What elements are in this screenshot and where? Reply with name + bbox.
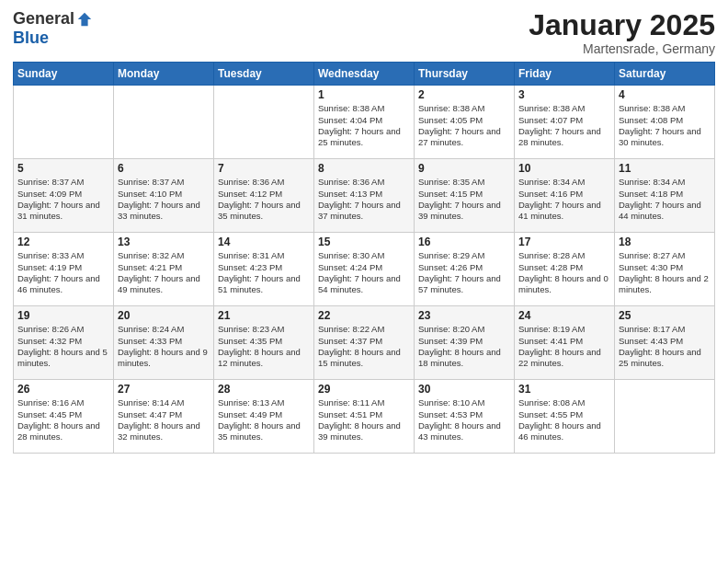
day-info: Sunrise: 8:30 AM Sunset: 4:24 PM Dayligh… — [318, 250, 410, 295]
day-info: Sunrise: 8:20 AM Sunset: 4:39 PM Dayligh… — [418, 324, 510, 369]
header-row: Sunday Monday Tuesday Wednesday Thursday… — [14, 63, 715, 86]
day-number: 8 — [318, 162, 410, 175]
day-number: 3 — [518, 88, 610, 101]
header: General Blue January 2025 Martensrade, G… — [13, 9, 715, 56]
logo-text-block: General Blue — [13, 9, 93, 48]
header-friday: Friday — [515, 63, 615, 86]
day-cell: 31Sunrise: 8:08 AM Sunset: 4:55 PM Dayli… — [515, 380, 615, 454]
day-number: 22 — [318, 309, 410, 322]
day-number: 16 — [418, 236, 510, 248]
day-info: Sunrise: 8:11 AM Sunset: 4:51 PM Dayligh… — [318, 397, 410, 442]
header-tuesday: Tuesday — [214, 63, 314, 86]
day-cell: 6Sunrise: 8:37 AM Sunset: 4:10 PM Daylig… — [114, 159, 214, 233]
month-title: January 2025 — [529, 9, 715, 41]
day-number: 24 — [518, 309, 610, 322]
day-info: Sunrise: 8:27 AM Sunset: 4:30 PM Dayligh… — [619, 250, 711, 295]
day-number: 31 — [518, 383, 610, 396]
day-number: 27 — [118, 383, 210, 396]
day-number: 10 — [518, 162, 610, 175]
day-number: 18 — [619, 236, 711, 248]
header-wednesday: Wednesday — [314, 63, 415, 86]
day-cell — [114, 86, 214, 159]
day-number: 23 — [418, 309, 510, 322]
day-number: 6 — [118, 162, 210, 175]
day-cell: 19Sunrise: 8:26 AM Sunset: 4:32 PM Dayli… — [14, 306, 114, 380]
day-cell: 17Sunrise: 8:28 AM Sunset: 4:28 PM Dayli… — [515, 233, 615, 306]
day-cell: 22Sunrise: 8:22 AM Sunset: 4:37 PM Dayli… — [314, 306, 415, 380]
day-cell: 3Sunrise: 8:38 AM Sunset: 4:07 PM Daylig… — [515, 86, 615, 159]
logo-icon — [76, 11, 93, 28]
day-info: Sunrise: 8:23 AM Sunset: 4:35 PM Dayligh… — [218, 324, 310, 369]
day-cell: 20Sunrise: 8:24 AM Sunset: 4:33 PM Dayli… — [114, 306, 214, 380]
day-cell: 21Sunrise: 8:23 AM Sunset: 4:35 PM Dayli… — [214, 306, 314, 380]
day-info: Sunrise: 8:37 AM Sunset: 4:10 PM Dayligh… — [118, 177, 210, 222]
location: Martensrade, Germany — [529, 41, 715, 56]
logo: General Blue — [13, 9, 93, 48]
day-number: 20 — [118, 309, 210, 322]
logo-general: General — [13, 9, 74, 29]
day-cell — [14, 86, 114, 159]
day-cell: 1Sunrise: 8:38 AM Sunset: 4:04 PM Daylig… — [314, 86, 415, 159]
calendar-header: Sunday Monday Tuesday Wednesday Thursday… — [14, 63, 715, 86]
day-info: Sunrise: 8:36 AM Sunset: 4:13 PM Dayligh… — [318, 177, 410, 222]
header-thursday: Thursday — [415, 63, 515, 86]
week-row-0: 1Sunrise: 8:38 AM Sunset: 4:04 PM Daylig… — [14, 86, 715, 159]
day-info: Sunrise: 8:17 AM Sunset: 4:43 PM Dayligh… — [619, 324, 711, 369]
day-info: Sunrise: 8:10 AM Sunset: 4:53 PM Dayligh… — [418, 397, 510, 442]
day-info: Sunrise: 8:35 AM Sunset: 4:15 PM Dayligh… — [418, 177, 510, 222]
calendar-table: Sunday Monday Tuesday Wednesday Thursday… — [13, 62, 715, 454]
day-info: Sunrise: 8:38 AM Sunset: 4:05 PM Dayligh… — [418, 103, 510, 148]
day-info: Sunrise: 8:22 AM Sunset: 4:37 PM Dayligh… — [318, 324, 410, 369]
day-cell: 23Sunrise: 8:20 AM Sunset: 4:39 PM Dayli… — [415, 306, 515, 380]
day-cell: 29Sunrise: 8:11 AM Sunset: 4:51 PM Dayli… — [314, 380, 415, 454]
day-info: Sunrise: 8:16 AM Sunset: 4:45 PM Dayligh… — [17, 397, 109, 442]
day-cell: 2Sunrise: 8:38 AM Sunset: 4:05 PM Daylig… — [415, 86, 515, 159]
day-info: Sunrise: 8:38 AM Sunset: 4:04 PM Dayligh… — [318, 103, 410, 148]
day-number: 7 — [218, 162, 310, 175]
week-row-1: 5Sunrise: 8:37 AM Sunset: 4:09 PM Daylig… — [14, 159, 715, 233]
day-cell: 16Sunrise: 8:29 AM Sunset: 4:26 PM Dayli… — [415, 233, 515, 306]
day-info: Sunrise: 8:14 AM Sunset: 4:47 PM Dayligh… — [118, 397, 210, 442]
day-info: Sunrise: 8:33 AM Sunset: 4:19 PM Dayligh… — [17, 250, 109, 295]
day-number: 28 — [218, 383, 310, 396]
day-cell: 26Sunrise: 8:16 AM Sunset: 4:45 PM Dayli… — [14, 380, 114, 454]
day-number: 4 — [619, 88, 711, 101]
header-monday: Monday — [114, 63, 214, 86]
week-row-2: 12Sunrise: 8:33 AM Sunset: 4:19 PM Dayli… — [14, 233, 715, 306]
week-row-3: 19Sunrise: 8:26 AM Sunset: 4:32 PM Dayli… — [14, 306, 715, 380]
svg-marker-0 — [78, 12, 91, 25]
day-cell: 15Sunrise: 8:30 AM Sunset: 4:24 PM Dayli… — [314, 233, 415, 306]
day-number: 12 — [17, 236, 109, 248]
day-info: Sunrise: 8:38 AM Sunset: 4:08 PM Dayligh… — [619, 103, 711, 148]
day-cell: 8Sunrise: 8:36 AM Sunset: 4:13 PM Daylig… — [314, 159, 415, 233]
header-saturday: Saturday — [615, 63, 715, 86]
day-cell — [214, 86, 314, 159]
day-cell — [615, 380, 715, 454]
day-number: 5 — [17, 162, 109, 175]
day-cell: 30Sunrise: 8:10 AM Sunset: 4:53 PM Dayli… — [415, 380, 515, 454]
day-number: 14 — [218, 236, 310, 248]
day-number: 17 — [518, 236, 610, 248]
day-number: 21 — [218, 309, 310, 322]
day-number: 15 — [318, 236, 410, 248]
day-info: Sunrise: 8:26 AM Sunset: 4:32 PM Dayligh… — [17, 324, 109, 369]
day-info: Sunrise: 8:37 AM Sunset: 4:09 PM Dayligh… — [17, 177, 109, 222]
day-info: Sunrise: 8:34 AM Sunset: 4:16 PM Dayligh… — [518, 177, 610, 222]
day-number: 13 — [118, 236, 210, 248]
day-cell: 4Sunrise: 8:38 AM Sunset: 4:08 PM Daylig… — [615, 86, 715, 159]
day-cell: 10Sunrise: 8:34 AM Sunset: 4:16 PM Dayli… — [515, 159, 615, 233]
day-number: 1 — [318, 88, 410, 101]
day-info: Sunrise: 8:32 AM Sunset: 4:21 PM Dayligh… — [118, 250, 210, 295]
day-cell: 25Sunrise: 8:17 AM Sunset: 4:43 PM Dayli… — [615, 306, 715, 380]
day-number: 2 — [418, 88, 510, 101]
day-info: Sunrise: 8:08 AM Sunset: 4:55 PM Dayligh… — [518, 397, 610, 442]
day-number: 30 — [418, 383, 510, 396]
day-cell: 27Sunrise: 8:14 AM Sunset: 4:47 PM Dayli… — [114, 380, 214, 454]
day-number: 29 — [318, 383, 410, 396]
day-info: Sunrise: 8:29 AM Sunset: 4:26 PM Dayligh… — [418, 250, 510, 295]
day-info: Sunrise: 8:28 AM Sunset: 4:28 PM Dayligh… — [518, 250, 610, 295]
day-cell: 7Sunrise: 8:36 AM Sunset: 4:12 PM Daylig… — [214, 159, 314, 233]
day-info: Sunrise: 8:24 AM Sunset: 4:33 PM Dayligh… — [118, 324, 210, 369]
day-number: 19 — [17, 309, 109, 322]
day-cell: 12Sunrise: 8:33 AM Sunset: 4:19 PM Dayli… — [14, 233, 114, 306]
